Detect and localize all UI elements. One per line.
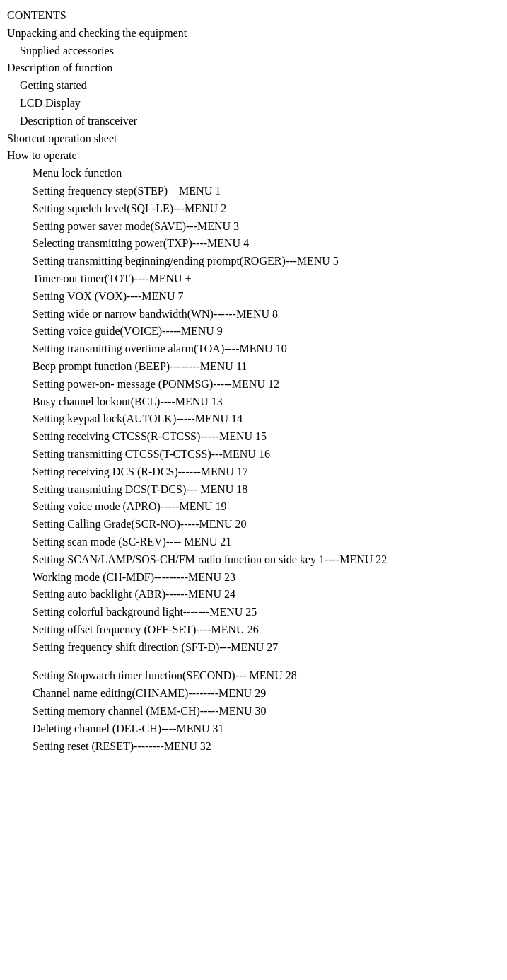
- toc-item: Setting SCAN/LAMP/SOS-CH/FM radio functi…: [33, 551, 493, 569]
- toc-item: Setting Calling Grade(SCR-NO)-----MENU 2…: [33, 516, 493, 534]
- toc-item: Working mode (CH-MDF)---------MENU 23: [33, 569, 493, 587]
- toc-item: Setting frequency step(STEP)—MENU 1: [33, 183, 493, 200]
- toc-item: Getting started: [20, 77, 493, 95]
- toc-item: How to operate: [7, 147, 493, 165]
- toc-item: Setting memory channel (MEM-CH)-----MENU…: [33, 703, 493, 720]
- toc-item: Setting Stopwatch timer function(SECOND)…: [33, 667, 493, 685]
- toc-title: CONTENTS: [7, 7, 493, 25]
- toc-item: Setting voice guide(VOICE)-----MENU 9: [33, 323, 493, 340]
- toc-item: Setting receiving DCS (R-DCS)------MENU …: [33, 463, 493, 481]
- toc-spacer: [7, 656, 493, 667]
- toc-item: Setting transmitting CTCSS(T-CTCSS)---ME…: [33, 446, 493, 463]
- toc-item: Setting reset (RESET)--------MENU 32: [33, 738, 493, 756]
- toc-item: Setting transmitting overtime alarm(TOA)…: [33, 340, 493, 358]
- toc-item: Shortcut operation sheet: [7, 130, 493, 148]
- toc-item: Setting colorful background light-------…: [33, 604, 493, 621]
- toc-item: Timer-out timer(TOT)----MENU +: [33, 270, 493, 288]
- toc-item: Supplied accessories: [20, 42, 493, 60]
- toc-item: Busy channel lockout(BCL)----MENU 13: [33, 393, 493, 411]
- toc-item: Menu lock function: [33, 165, 493, 183]
- toc-item: Deleting channel (DEL-CH)----MENU 31: [33, 720, 493, 738]
- toc-item: Setting keypad lock(AUTOLK)-----MENU 14: [33, 410, 493, 428]
- toc-item: Unpacking and checking the equipment: [7, 25, 493, 42]
- toc-item: Setting power-on- message (PONMSG)-----M…: [33, 376, 493, 393]
- toc-item: Setting VOX (VOX)----MENU 7: [33, 288, 493, 306]
- toc-item: Setting transmitting beginning/ending pr…: [33, 253, 493, 270]
- toc-item: LCD Display: [20, 95, 493, 113]
- toc-item: Setting wide or narrow bandwidth(WN)----…: [33, 306, 493, 323]
- toc-item: Setting frequency shift direction (SFT-D…: [33, 639, 493, 657]
- toc-item: Setting squelch level(SQL-LE)---MENU 2: [33, 200, 493, 218]
- toc-item: Beep prompt function (BEEP)--------MENU …: [33, 358, 493, 376]
- toc-item: Channel name editing(CHNAME)--------MENU…: [33, 685, 493, 703]
- toc-item: Selecting transmitting power(TXP)----MEN…: [33, 235, 493, 253]
- toc-item: Setting voice mode (APRO)-----MENU 19: [33, 498, 493, 516]
- toc-item: Setting scan mode (SC-REV)---- MENU 21: [33, 534, 493, 551]
- toc-item: Setting receiving CTCSS(R-CTCSS)-----MEN…: [33, 428, 493, 446]
- toc-item: Setting auto backlight (ABR)------MENU 2…: [33, 586, 493, 604]
- toc-item: Setting offset frequency (OFF-SET)----ME…: [33, 621, 493, 639]
- toc-item: Description of function: [7, 59, 493, 77]
- toc-container: CONTENTS: [7, 7, 493, 25]
- toc-item: Setting power saver mode(SAVE)---MENU 3: [33, 218, 493, 236]
- toc-item: Setting transmitting DCS(T-DCS)--- MENU …: [33, 481, 493, 499]
- toc-item: Description of transceiver: [20, 113, 493, 130]
- toc-list: Unpacking and checking the equipmentSupp…: [7, 25, 493, 756]
